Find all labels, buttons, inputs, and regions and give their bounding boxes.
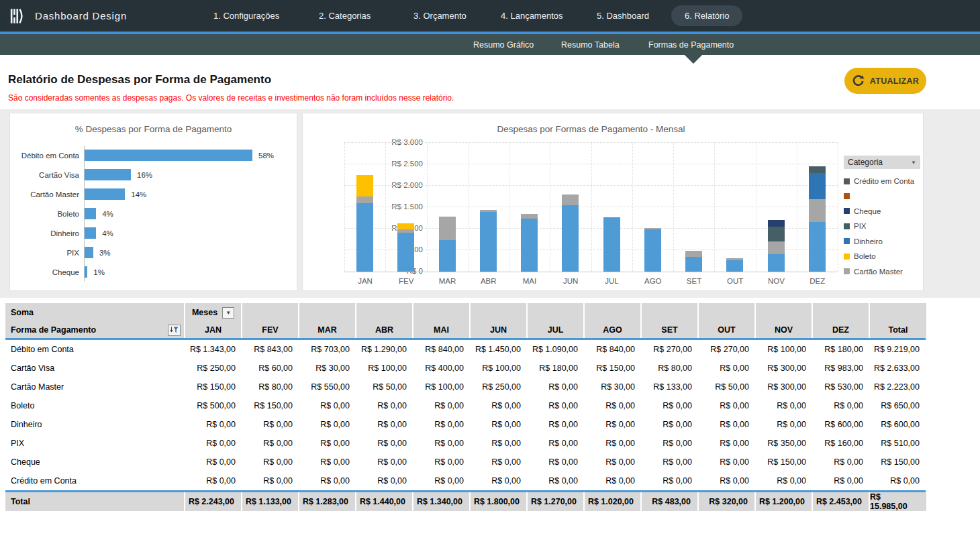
row-value: R$ 0,00 bbox=[471, 434, 528, 453]
legend-category-dropdown[interactable]: Categoria ▼ bbox=[844, 156, 920, 169]
chart-pct-row: Débito em Conta58% bbox=[17, 146, 290, 165]
refresh-button[interactable]: ATUALIZAR bbox=[844, 68, 926, 94]
row-label: Crédito em Conta bbox=[5, 471, 185, 490]
chart-pct-category-label: Boleto bbox=[17, 210, 84, 218]
app-title: Dashboard Design bbox=[35, 10, 127, 21]
chart-pct-row: Cartão Visa16% bbox=[17, 165, 290, 184]
row-value: R$ 510,00 bbox=[870, 434, 926, 453]
chart-bar-segment bbox=[356, 197, 373, 203]
chart-pct-row: Boleto4% bbox=[17, 204, 290, 223]
row-value: R$ 100,00 bbox=[471, 359, 528, 378]
topnav-item-4[interactable]: 4. Lançamentos bbox=[501, 0, 563, 32]
chart-pct-value-label: 3% bbox=[99, 249, 111, 257]
row-value: R$ 0,00 bbox=[585, 471, 642, 490]
row-value: R$ 250,00 bbox=[185, 359, 242, 378]
row-value: R$ 0,00 bbox=[585, 434, 642, 453]
row-label: Boleto bbox=[5, 396, 185, 415]
row-value: R$ 50,00 bbox=[699, 378, 756, 396]
row-value: R$ 1.450,00 bbox=[471, 340, 528, 359]
row-value: R$ 0,00 bbox=[528, 434, 585, 453]
chart-pct-category-label: Cheque bbox=[17, 268, 84, 276]
pivot-column-header: OUT bbox=[699, 322, 756, 338]
row-value: R$ 150,00 bbox=[870, 453, 926, 471]
chart-pct-bar bbox=[85, 266, 87, 278]
chart-month-bar bbox=[521, 214, 538, 272]
chart-pct-row: Cheque1% bbox=[17, 262, 290, 282]
pivot-header-row-2: Forma de Pagamento JANFEVMARABRMAIJUNJUL… bbox=[5, 322, 926, 340]
table-row: BoletoR$ 500,00R$ 150,00R$ 0,00R$ 0,00R$… bbox=[5, 396, 926, 415]
row-value: R$ 0,00 bbox=[585, 396, 642, 415]
chart-month-bar bbox=[356, 175, 373, 272]
top-bar: Dashboard Design 1. Configurações2. Cate… bbox=[0, 0, 980, 32]
chart-bar-segment bbox=[356, 203, 373, 214]
chart-pct-barwrap: 14% bbox=[84, 184, 290, 204]
chart-gridline-v bbox=[509, 143, 509, 272]
row-value: R$ 2.223,00 bbox=[870, 378, 926, 396]
row-value: R$ 80,00 bbox=[642, 359, 699, 378]
chart-x-tick-label: JUN bbox=[550, 277, 591, 285]
topnav-item-2[interactable]: 2. Categorias bbox=[319, 0, 371, 32]
topnav-item-6[interactable]: 6. Relatório bbox=[671, 5, 742, 26]
chart-gridline-v bbox=[427, 143, 428, 272]
row-label: Cartão Visa bbox=[5, 359, 185, 378]
chart-gridline-v bbox=[591, 143, 592, 272]
row-value: R$ 0,00 bbox=[813, 396, 870, 415]
topnav-item-5[interactable]: 5. Dashboard bbox=[597, 0, 649, 32]
total-row-value: R$ 483,00 bbox=[642, 492, 699, 511]
row-value: R$ 180,00 bbox=[528, 359, 585, 378]
row-value: R$ 530,00 bbox=[813, 378, 870, 396]
chart-gridline-v bbox=[756, 143, 756, 272]
row-value: R$ 600,00 bbox=[813, 415, 870, 434]
row-value: R$ 0,00 bbox=[756, 471, 813, 490]
chart-legend: Categoria ▼ Crédito em ContaChequePIXDin… bbox=[844, 156, 920, 279]
filter-button[interactable] bbox=[168, 325, 181, 336]
legend-swatch bbox=[844, 223, 850, 229]
chart-bar-segment bbox=[685, 251, 702, 257]
row-value: R$ 133,00 bbox=[642, 378, 699, 396]
legend-item: Boleto bbox=[844, 249, 920, 264]
table-row: Cartão VisaR$ 250,00R$ 60,00R$ 30,00R$ 1… bbox=[5, 359, 926, 378]
row-value: R$ 0,00 bbox=[471, 453, 528, 471]
pivot-col-dim-cell: Meses ▼ bbox=[185, 303, 242, 322]
topnav-item-3[interactable]: 3. Orçamento bbox=[413, 0, 467, 32]
row-value: R$ 150,00 bbox=[756, 453, 813, 471]
row-value: R$ 0,00 bbox=[356, 434, 413, 453]
subnav-item-2[interactable]: Resumo Tabela bbox=[561, 34, 620, 55]
pivot-column-header: DEZ bbox=[813, 322, 870, 338]
row-value: R$ 180,00 bbox=[813, 340, 870, 359]
row-value: R$ 0,00 bbox=[185, 434, 242, 453]
row-label: Cartão Master bbox=[5, 378, 185, 396]
subnav-item-1[interactable]: Resumo Gráfico bbox=[473, 34, 534, 55]
row-value: R$ 0,00 bbox=[756, 415, 813, 434]
chart-pct-category-label: Cartão Master bbox=[17, 190, 84, 199]
chart-bar-segment bbox=[439, 217, 456, 240]
table-row: Crédito em ContaR$ 0,00R$ 0,00R$ 0,00R$ … bbox=[5, 471, 926, 490]
row-value: R$ 30,00 bbox=[299, 359, 356, 378]
pivot-column-header: JUN bbox=[471, 322, 528, 338]
legend-item-label: Dinheiro bbox=[854, 237, 883, 245]
legend-item: Cheque bbox=[844, 204, 920, 219]
page-title: Relatório de Despesas por Forma de Pagam… bbox=[8, 73, 271, 87]
table-row: PIXR$ 0,00R$ 0,00R$ 0,00R$ 0,00R$ 0,00R$… bbox=[5, 434, 926, 453]
pivot-column-header: MAI bbox=[413, 322, 471, 338]
chart-x-tick-label: SET bbox=[673, 277, 715, 285]
chevron-down-icon: ▼ bbox=[911, 160, 916, 166]
row-value: R$ 0,00 bbox=[356, 453, 413, 471]
chart-monthly-plot bbox=[344, 143, 838, 272]
topnav-item-1[interactable]: 1. Configurações bbox=[213, 0, 279, 32]
table-row: Débito em ContaR$ 1.343,00R$ 843,00R$ 70… bbox=[5, 340, 926, 359]
chart-gridline-v bbox=[797, 143, 797, 272]
row-value: R$ 0,00 bbox=[299, 396, 356, 415]
chart-x-tick-label: AGO bbox=[632, 277, 674, 285]
chart-pct-value-label: 14% bbox=[131, 190, 146, 199]
subnav-item-3[interactable]: Formas de Pagamento bbox=[648, 34, 734, 55]
row-value: R$ 250,00 bbox=[471, 378, 528, 396]
active-tab-pointer bbox=[685, 55, 702, 64]
meses-dropdown-button[interactable]: ▼ bbox=[222, 307, 234, 319]
chart-pct-barwrap: 3% bbox=[84, 243, 290, 262]
chart-bar-segment bbox=[439, 241, 456, 272]
row-value: R$ 840,00 bbox=[413, 340, 471, 359]
chart-x-tick-label: OUT bbox=[714, 277, 756, 285]
chart-bar-segment bbox=[603, 217, 620, 225]
dashboard-app: Dashboard Design 1. Configurações2. Cate… bbox=[0, 0, 980, 560]
